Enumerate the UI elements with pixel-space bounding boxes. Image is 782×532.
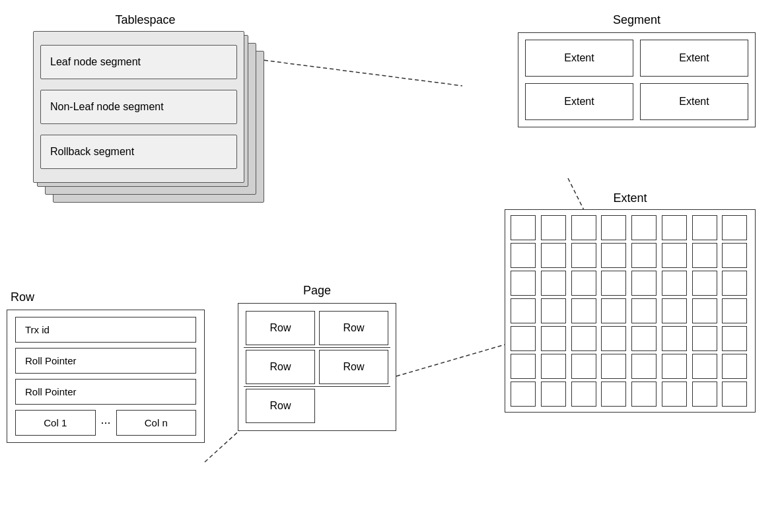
grid-cell [662,326,687,351]
grid-cell [631,271,657,296]
page-cell-row2b: Row [319,350,388,384]
grid-cell [541,298,566,323]
grid-cell [631,326,657,351]
grid-cell [511,243,536,268]
tablespace-section: Tablespace Leaf node segment Non-Leaf no… [20,13,271,209]
page-row-1: Row Row [244,309,390,348]
tablespace-stack: Leaf node segment Non-Leaf node segment … [33,31,258,209]
row-cols: Col 1 ··· Col n [15,410,196,436]
grid-cell [722,326,747,351]
extent-grid [505,209,756,413]
ts-row-leaf: Leaf node segment [40,45,237,79]
grid-cell [601,271,626,296]
grid-cell [541,271,566,296]
grid-cell [571,271,596,296]
grid-cell [511,215,536,240]
grid-cell [601,298,626,323]
grid-cell [722,243,747,268]
grid-cell [662,271,687,296]
grid-cell [601,382,626,407]
svg-line-0 [258,59,462,86]
diagram: Tablespace Leaf node segment Non-Leaf no… [0,0,782,532]
grid-cell [722,354,747,379]
segment-extent-0: Extent [525,40,633,77]
grid-cell [631,298,657,323]
grid-cell [692,271,717,296]
grid-cell [662,298,687,323]
grid-cell [722,215,747,240]
grid-cell [541,382,566,407]
tablespace-label: Tablespace [20,13,271,27]
segment-section: Segment Extent Extent Extent Extent [518,13,756,127]
grid-cell [511,326,536,351]
grid-cell [662,215,687,240]
grid-cell [601,354,626,379]
grid-cell [631,382,657,407]
grid-cell [541,354,566,379]
page-cell-row2a: Row [246,350,315,384]
grid-cell [601,215,626,240]
grid-cell [601,243,626,268]
row-field-trxid: Trx id [15,317,196,343]
grid-cell [511,271,536,296]
grid-cell [662,382,687,407]
row-field-rollptr2: Roll Pointer [15,379,196,405]
grid-cell [631,354,657,379]
grid-cell [662,243,687,268]
grid-cell [692,326,717,351]
grid-cell [692,298,717,323]
page-cell-row1a: Row [246,311,315,345]
grid-cell [571,382,596,407]
grid-cell [571,215,596,240]
page-row-2: Row Row [244,348,390,387]
grid-cell [692,215,717,240]
page-cell-row1b: Row [319,311,388,345]
ts-row-rollback: Rollback segment [40,135,237,169]
grid-cell [511,382,536,407]
grid-cell [722,271,747,296]
segment-extent-2: Extent [525,83,633,120]
grid-cell [631,215,657,240]
row-coln: Col n [116,410,197,436]
row-label: Row [11,290,205,304]
grid-cell [511,354,536,379]
segment-label: Segment [518,13,756,27]
segment-box: Extent Extent Extent Extent [518,32,756,127]
row-col1: Col 1 [15,410,96,436]
grid-cell [722,382,747,407]
grid-cell [571,298,596,323]
grid-cell [601,326,626,351]
extent-label: Extent [505,191,756,205]
grid-cell [541,215,566,240]
grid-cell [571,354,596,379]
page-row-3: Row [244,387,390,425]
grid-cell [692,382,717,407]
page-box: Row Row Row Row Row [238,303,396,431]
grid-cell [722,298,747,323]
row-field-rollptr1: Roll Pointer [15,348,196,374]
grid-cell [662,354,687,379]
grid-cell [631,243,657,268]
ts-row-nonleaf: Non-Leaf node segment [40,90,237,124]
svg-line-3 [205,429,241,462]
ellipsis: ··· [101,416,111,430]
page-section: Page Row Row Row Row Row [238,284,396,431]
page-cell-empty [319,389,388,423]
grid-cell [541,326,566,351]
row-section: Row Trx id Roll Pointer Roll Pointer Col… [7,290,205,443]
page-label: Page [238,284,396,298]
ts-front: Leaf node segment Non-Leaf node segment … [33,31,244,183]
segment-extent-1: Extent [640,40,748,77]
grid-cell [692,243,717,268]
grid-cell [571,243,596,268]
grid-cell [692,354,717,379]
row-box: Trx id Roll Pointer Roll Pointer Col 1 ·… [7,310,205,443]
grid-cell [571,326,596,351]
grid-cell [541,243,566,268]
segment-extent-3: Extent [640,83,748,120]
extent-section: Extent [505,191,756,413]
page-cell-row3: Row [246,389,315,423]
grid-cell [511,298,536,323]
